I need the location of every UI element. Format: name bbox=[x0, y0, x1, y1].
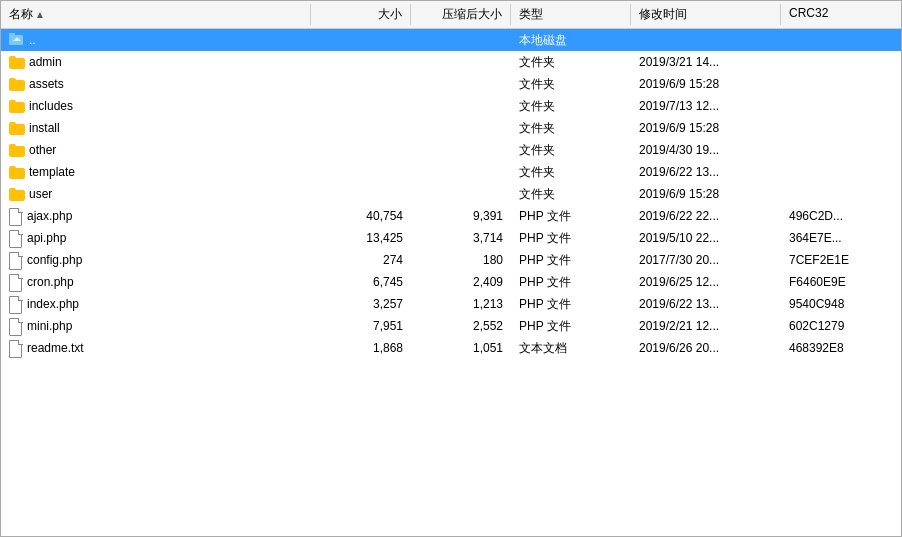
cell-type: 文件夹 bbox=[511, 74, 631, 95]
cell-modified: 2017/7/30 20... bbox=[631, 251, 781, 269]
table-row[interactable]: config.php 274 180 PHP 文件 2017/7/30 20..… bbox=[1, 249, 901, 271]
cell-name: template bbox=[1, 163, 311, 181]
table-row[interactable]: install 文件夹 2019/6/9 15:28 bbox=[1, 117, 901, 139]
table-row[interactable]: other 文件夹 2019/4/30 19... bbox=[1, 139, 901, 161]
cell-name: config.php bbox=[1, 250, 311, 270]
cell-type: PHP 文件 bbox=[511, 250, 631, 271]
cell-name: user bbox=[1, 185, 311, 203]
cell-type: PHP 文件 bbox=[511, 206, 631, 227]
table-row[interactable]: user 文件夹 2019/6/9 15:28 bbox=[1, 183, 901, 205]
cell-name: includes bbox=[1, 97, 311, 115]
cell-name: api.php bbox=[1, 228, 311, 248]
table-row[interactable]: assets 文件夹 2019/6/9 15:28 bbox=[1, 73, 901, 95]
cell-modified: 2019/6/9 15:28 bbox=[631, 75, 781, 93]
cell-name: index.php bbox=[1, 294, 311, 314]
file-name: index.php bbox=[27, 297, 79, 311]
file-icon bbox=[9, 230, 23, 246]
cell-name: readme.txt bbox=[1, 338, 311, 358]
file-icon bbox=[9, 318, 23, 334]
cell-modified: 2019/5/10 22... bbox=[631, 229, 781, 247]
cell-size bbox=[311, 170, 411, 174]
cell-type: 文本文档 bbox=[511, 338, 631, 359]
cell-name: admin bbox=[1, 53, 311, 71]
folder-icon bbox=[9, 56, 25, 69]
cell-modified: 2019/6/22 13... bbox=[631, 295, 781, 313]
cell-size: 274 bbox=[311, 251, 411, 269]
cell-compressed: 2,552 bbox=[411, 317, 511, 335]
table-row[interactable]: includes 文件夹 2019/7/13 12... bbox=[1, 95, 901, 117]
file-name: user bbox=[29, 187, 52, 201]
cell-modified: 2019/6/25 12... bbox=[631, 273, 781, 291]
cell-crc bbox=[781, 104, 881, 108]
cell-parent-crc bbox=[781, 38, 881, 42]
file-name: includes bbox=[29, 99, 73, 113]
cell-compressed bbox=[411, 148, 511, 152]
file-name: template bbox=[29, 165, 75, 179]
file-name: other bbox=[29, 143, 56, 157]
file-icon bbox=[9, 274, 23, 290]
cell-name: assets bbox=[1, 75, 311, 93]
cell-type: 文件夹 bbox=[511, 140, 631, 161]
col-header-type[interactable]: 类型 bbox=[511, 4, 631, 25]
cell-crc bbox=[781, 82, 881, 86]
file-name: install bbox=[29, 121, 60, 135]
cell-parent-compressed bbox=[411, 38, 511, 42]
col-header-crc[interactable]: CRC32 bbox=[781, 4, 881, 25]
cell-modified: 2019/6/9 15:28 bbox=[631, 185, 781, 203]
cell-crc: F6460E9E bbox=[781, 273, 881, 291]
cell-type: PHP 文件 bbox=[511, 294, 631, 315]
cell-size bbox=[311, 148, 411, 152]
cell-name: other bbox=[1, 141, 311, 159]
cell-type: 文件夹 bbox=[511, 96, 631, 117]
table-row[interactable]: template 文件夹 2019/6/22 13... bbox=[1, 161, 901, 183]
file-name: admin bbox=[29, 55, 62, 69]
file-name: cron.php bbox=[27, 275, 74, 289]
col-header-compressed[interactable]: 压缩后大小 bbox=[411, 4, 511, 25]
cell-size: 3,257 bbox=[311, 295, 411, 313]
file-name: readme.txt bbox=[27, 341, 84, 355]
cell-modified: 2019/7/13 12... bbox=[631, 97, 781, 115]
file-icon bbox=[9, 252, 23, 268]
cell-compressed bbox=[411, 82, 511, 86]
cell-parent-name: .. bbox=[1, 30, 311, 50]
table-row[interactable]: readme.txt 1,868 1,051 文本文档 2019/6/26 20… bbox=[1, 337, 901, 359]
cell-compressed: 2,409 bbox=[411, 273, 511, 291]
col-header-size[interactable]: 大小 bbox=[311, 4, 411, 25]
cell-modified: 2019/4/30 19... bbox=[631, 141, 781, 159]
cell-crc: 602C1279 bbox=[781, 317, 881, 335]
cell-crc bbox=[781, 60, 881, 64]
file-name: mini.php bbox=[27, 319, 72, 333]
cell-modified: 2019/6/26 20... bbox=[631, 339, 781, 357]
folder-icon bbox=[9, 122, 25, 135]
cell-size bbox=[311, 126, 411, 130]
cell-compressed bbox=[411, 104, 511, 108]
cell-name: cron.php bbox=[1, 272, 311, 292]
file-name: assets bbox=[29, 77, 64, 91]
table-row[interactable]: mini.php 7,951 2,552 PHP 文件 2019/2/21 12… bbox=[1, 315, 901, 337]
sort-arrow-up: ▲ bbox=[35, 9, 45, 20]
file-name: api.php bbox=[27, 231, 66, 245]
svg-rect-1 bbox=[9, 33, 15, 37]
cell-crc: 7CEF2E1E bbox=[781, 251, 881, 269]
cell-parent-type: 本地磁盘 bbox=[511, 30, 631, 51]
cell-type: PHP 文件 bbox=[511, 316, 631, 337]
table-row[interactable]: ajax.php 40,754 9,391 PHP 文件 2019/6/22 2… bbox=[1, 205, 901, 227]
cell-size: 7,951 bbox=[311, 317, 411, 335]
cell-compressed bbox=[411, 192, 511, 196]
cell-crc: 9540C948 bbox=[781, 295, 881, 313]
cell-compressed: 1,051 bbox=[411, 339, 511, 357]
cell-name: ajax.php bbox=[1, 206, 311, 226]
cell-crc: 468392E8 bbox=[781, 339, 881, 357]
table-row[interactable]: index.php 3,257 1,213 PHP 文件 2019/6/22 1… bbox=[1, 293, 901, 315]
col-header-name[interactable]: 名称 ▲ bbox=[1, 4, 311, 25]
cell-compressed bbox=[411, 60, 511, 64]
col-header-modified[interactable]: 修改时间 bbox=[631, 4, 781, 25]
table-row[interactable]: api.php 13,425 3,714 PHP 文件 2019/5/10 22… bbox=[1, 227, 901, 249]
folder-icon bbox=[9, 78, 25, 91]
table-row[interactable]: admin 文件夹 2019/3/21 14... bbox=[1, 51, 901, 73]
row-parent[interactable]: .. 本地磁盘 bbox=[1, 29, 901, 51]
cell-size bbox=[311, 82, 411, 86]
table-row[interactable]: cron.php 6,745 2,409 PHP 文件 2019/6/25 12… bbox=[1, 271, 901, 293]
cell-type: PHP 文件 bbox=[511, 228, 631, 249]
cell-modified: 2019/6/22 13... bbox=[631, 163, 781, 181]
